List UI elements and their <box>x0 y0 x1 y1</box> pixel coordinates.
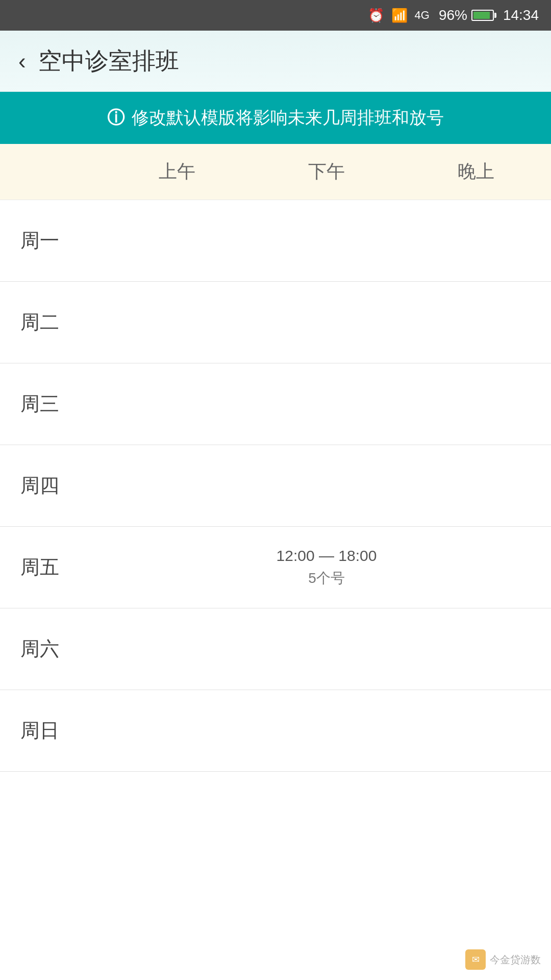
notice-banner: ⓘ 修改默认模版将影响未来几周排班和放号 <box>0 92 551 144</box>
battery-icon <box>471 10 494 21</box>
schedule-rows: 周一周二周三周四周五12:00 — 18:005个号周六周日 <box>0 200 551 772</box>
morning-header: 上午 <box>102 159 252 184</box>
status-bar: ⏰ 📶 4G 96% 14:34 <box>0 0 551 31</box>
schedule-row[interactable]: 周四 <box>0 445 551 527</box>
day-name: 周一 <box>0 228 102 254</box>
watermark-icon: ✉ <box>465 949 486 970</box>
watermark-text: 今金贷游数 <box>490 953 541 967</box>
day-name: 周四 <box>0 473 102 499</box>
schedule-row[interactable]: 周一 <box>0 200 551 282</box>
afternoon-header: 下午 <box>252 159 401 184</box>
day-name: 周六 <box>0 636 102 662</box>
schedule-row[interactable]: 周五12:00 — 18:005个号 <box>0 527 551 608</box>
evening-header: 晚上 <box>402 159 551 184</box>
battery-fill <box>473 12 490 19</box>
afternoon-slot[interactable]: 12:00 — 18:005个号 <box>252 547 401 588</box>
page-title: 空中诊室排班 <box>38 45 179 77</box>
notice-text: 修改默认模版将影响未来几周排班和放号 <box>132 106 444 130</box>
schedule-row[interactable]: 周二 <box>0 282 551 363</box>
day-name: 周日 <box>0 718 102 744</box>
schedule-row[interactable]: 周六 <box>0 608 551 690</box>
nav-bar: ‹ 空中诊室排班 <box>0 31 551 92</box>
signal-icon: 4G <box>415 9 430 22</box>
schedule-row[interactable]: 周日 <box>0 690 551 772</box>
back-arrow-icon: ‹ <box>18 50 26 72</box>
watermark: ✉ 今金贷游数 <box>465 949 541 970</box>
status-icons: ⏰ 📶 4G <box>368 8 430 23</box>
day-name: 周五 <box>0 554 102 580</box>
info-icon: ⓘ <box>107 106 124 130</box>
battery-container: 96% <box>439 7 494 23</box>
day-name: 周二 <box>0 309 102 335</box>
day-name: 周三 <box>0 391 102 417</box>
status-time: 14:34 <box>503 7 539 23</box>
schedule-row[interactable]: 周三 <box>0 363 551 445</box>
clock-icon: ⏰ <box>368 8 384 23</box>
battery-percent: 96% <box>439 7 467 23</box>
column-headers: 上午 下午 晚上 <box>0 144 551 200</box>
back-button[interactable]: ‹ 空中诊室排班 <box>18 45 179 77</box>
wifi-icon: 📶 <box>391 8 408 23</box>
